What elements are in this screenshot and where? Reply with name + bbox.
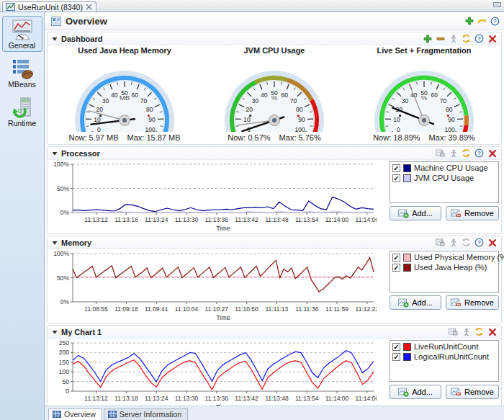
series-color-swatch: [403, 254, 411, 262]
gauge-title: Used Java Heap Memory: [78, 46, 171, 55]
my-chart-1-section-header[interactable]: My Chart 1: [48, 326, 501, 339]
svg-text:11:13:36: 11:13:36: [205, 216, 229, 223]
editor-tab-userununit[interactable]: UseRunUnit (8340): [2, 1, 96, 12]
collapse-icon[interactable]: [52, 329, 58, 335]
refresh-disabled-icon: [462, 238, 471, 247]
help-icon[interactable]: ?: [490, 17, 500, 26]
refresh-icon[interactable]: [462, 34, 471, 43]
refresh-icon[interactable]: [462, 148, 471, 158]
series-list: ✓Machine CPU Usage✓JVM CPU Usage: [390, 161, 499, 203]
table-icon: [53, 411, 61, 418]
tab-overview[interactable]: Overview: [48, 408, 102, 420]
processor-section-header[interactable]: Processor ?: [48, 147, 501, 160]
sidebar-item-general[interactable]: General: [2, 16, 42, 52]
mbeans-icon: [11, 58, 34, 79]
add-series-button[interactable]: Add...: [390, 385, 441, 399]
reset-icon[interactable]: [477, 17, 487, 26]
series-checkbox[interactable]: ✓: [392, 174, 400, 182]
sidebar-item-mbeans[interactable]: MBeans: [2, 55, 42, 91]
remove-series-button[interactable]: Remove: [446, 295, 499, 310]
accessibility-icon[interactable]: [449, 148, 458, 158]
add-icon[interactable]: [464, 17, 474, 26]
accessibility-icon[interactable]: [462, 327, 471, 336]
series-list: ✓Used Physical Memory (%)✓Used Java Heap…: [390, 251, 499, 292]
svg-text:100%: 100%: [53, 161, 69, 168]
gauge-max-value: Max: 5.76%: [279, 133, 321, 143]
gauge-jvm-cpu: JVM CPU Usage 0102030405060708090100% No…: [200, 46, 348, 143]
svg-text:80: 80: [146, 106, 153, 113]
series-checkbox[interactable]: ✓: [392, 343, 400, 351]
help-icon[interactable]: ?: [474, 148, 484, 158]
close-tab-icon[interactable]: [86, 4, 92, 10]
minus-icon[interactable]: [436, 34, 445, 43]
remove-series-button[interactable]: Remove: [446, 206, 499, 220]
svg-text:11:13:48: 11:13:48: [265, 216, 289, 223]
svg-text:11:10:50: 11:10:50: [235, 305, 258, 313]
memory-toolbar: ?: [436, 238, 497, 247]
dashboard-toolbar: ?: [423, 34, 497, 43]
freeze-icon[interactable]: [436, 238, 445, 247]
freeze-icon[interactable]: [449, 327, 458, 336]
series-checkbox[interactable]: ✓: [392, 264, 400, 272]
add-button-label: Add...: [412, 298, 433, 307]
close-icon[interactable]: [487, 327, 497, 336]
close-icon[interactable]: [487, 238, 497, 247]
help-icon[interactable]: ?: [474, 34, 484, 43]
gauge-live-set: Live Set + Fragmentation 010203040506070…: [350, 46, 498, 143]
tab-server-information[interactable]: Server Information: [104, 408, 188, 420]
minimize-view-icon[interactable]: [493, 2, 501, 7]
refresh-icon[interactable]: [474, 327, 484, 336]
add-series-button[interactable]: Add...: [390, 206, 441, 220]
svg-text:100: 100: [59, 368, 69, 375]
svg-text:100: 100: [295, 126, 305, 132]
svg-text:11:08:55: 11:08:55: [84, 305, 108, 313]
svg-text:50: 50: [63, 378, 70, 385]
svg-text:11:12:22: 11:12:22: [356, 305, 377, 313]
accessibility-icon[interactable]: [449, 34, 458, 43]
dashboard-section-header[interactable]: Dashboard ?: [48, 32, 501, 45]
series-checkbox[interactable]: ✓: [392, 254, 400, 262]
my-chart-1-legend-panel: ✓LiveRunUnitCount✓LogicalRunUnitCount Ad…: [390, 340, 499, 411]
svg-text:90: 90: [448, 116, 455, 123]
add-button-label: Add...: [412, 388, 433, 396]
bottom-tabbar: Overview Server Information: [45, 406, 504, 420]
memory-chart: 0%50%100%11:08:5511:09:1811:09:4111:10:0…: [48, 251, 387, 321]
tab-label: Server Information: [120, 410, 181, 419]
collapse-icon[interactable]: [52, 151, 58, 156]
svg-text:80: 80: [296, 106, 303, 113]
series-checkbox[interactable]: ✓: [392, 164, 400, 172]
svg-text:11:13:36: 11:13:36: [205, 395, 229, 402]
collapse-icon[interactable]: [52, 36, 58, 42]
sidebar-item-runtime[interactable]: Runtime: [2, 94, 42, 130]
freeze-icon[interactable]: [436, 148, 445, 158]
section-title: Dashboard: [61, 35, 419, 43]
series-label: JVM CPU Usage: [414, 174, 474, 182]
series-checkbox[interactable]: ✓: [392, 353, 400, 361]
add-chart-icon: [398, 298, 409, 308]
svg-text:60: 60: [131, 91, 138, 99]
svg-text:30: 30: [252, 97, 259, 104]
collapse-icon[interactable]: [52, 240, 58, 246]
accessibility-icon[interactable]: [449, 238, 458, 247]
memory-section-header[interactable]: Memory ?: [48, 236, 501, 249]
add-icon[interactable]: [423, 34, 432, 43]
series-label: LiveRunUnitCount: [414, 342, 478, 351]
gauge-now-value: Now: 0.57%: [228, 133, 270, 143]
my-chart-1-chart: 05010015020025011:13:1211:13:1811:13:241…: [48, 340, 387, 411]
add-series-button[interactable]: Add...: [390, 295, 441, 310]
svg-text:11:11:36: 11:11:36: [295, 305, 318, 313]
svg-text:0%: 0%: [60, 209, 70, 216]
series-legend-item: ✓JVM CPU Usage: [392, 174, 496, 182]
svg-text:11:13:30: 11:13:30: [175, 395, 199, 402]
section-title: My Chart 1: [61, 328, 445, 336]
close-icon[interactable]: [487, 148, 497, 158]
processor-legend-panel: ✓Machine CPU Usage✓JVM CPU Usage Add... …: [390, 161, 499, 232]
svg-text:11:13:42: 11:13:42: [235, 216, 258, 223]
svg-text:0: 0: [66, 388, 69, 395]
sidebar: General MBeans Runtime: [0, 12, 45, 420]
svg-text:10: 10: [243, 116, 251, 123]
help-icon[interactable]: ?: [474, 238, 484, 247]
close-icon[interactable]: [487, 34, 497, 43]
svg-text:100: 100: [145, 126, 156, 132]
remove-series-button[interactable]: Remove: [446, 385, 499, 399]
